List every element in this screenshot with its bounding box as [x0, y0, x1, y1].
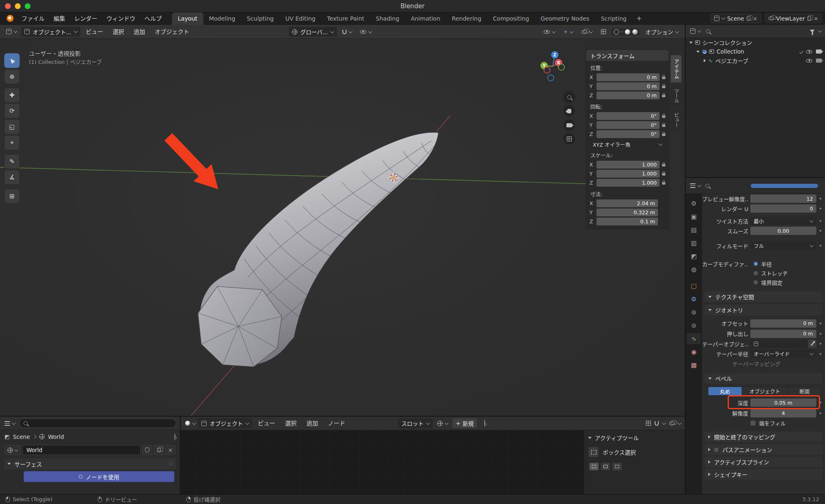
sidebar-tab-item[interactable]: アイテム: [671, 55, 681, 82]
shader-menu-select[interactable]: 選択: [281, 417, 301, 430]
outliner-row-scene-collection[interactable]: シーンコレクション: [686, 38, 825, 47]
outliner-editor-type-button[interactable]: [689, 26, 702, 36]
extrude-field[interactable]: 0 m: [750, 330, 816, 338]
shader-menu-node[interactable]: ノード: [324, 417, 349, 430]
taper-object-field[interactable]: [750, 340, 807, 348]
disclosure-open-icon[interactable]: [689, 42, 693, 44]
disclosure-open-icon[interactable]: [696, 51, 700, 53]
bevel-tab-object[interactable]: オブジェクト: [742, 387, 788, 395]
section-active-spline[interactable]: アクティブスプライン: [705, 457, 823, 467]
outliner-row-bezier-curve[interactable]: ∿ ベジエカーブ: [686, 56, 825, 65]
select-box-tool-button[interactable]: [4, 53, 20, 68]
camera-render-icon[interactable]: [816, 59, 822, 63]
eye-icon[interactable]: [806, 50, 812, 54]
section-shape-keys[interactable]: シェイプキー: [705, 469, 823, 480]
add-primitive-tool-button[interactable]: ⊞: [4, 189, 20, 204]
shading-rendered-button[interactable]: [632, 29, 638, 35]
section-bevel[interactable]: ベベル: [705, 373, 823, 384]
gizmo-neg-y-axis[interactable]: [559, 64, 565, 70]
bevel-tab-round[interactable]: 丸め: [708, 387, 742, 395]
rotation-mode-dropdown[interactable]: XYZ オイラー角: [589, 140, 665, 148]
unlink-datablock-button[interactable]: ×: [165, 445, 175, 455]
workspace-tab-geometry-nodes[interactable]: Geometry Nodes: [535, 12, 595, 25]
scale-tool-button[interactable]: ◱: [4, 120, 20, 134]
eyedropper-button[interactable]: [808, 340, 816, 348]
section-surface[interactable]: サーフェス ∷: [4, 458, 176, 469]
menu-edit[interactable]: 編集: [49, 12, 70, 25]
section-start-end-mapping[interactable]: 開始と終了のマッピング: [705, 431, 823, 442]
preview-resolution-field[interactable]: 12: [750, 195, 816, 203]
rotate-tool-button[interactable]: ⟳: [4, 103, 20, 118]
sidebar-tab-view[interactable]: ビュー: [671, 109, 681, 131]
annotate-tool-button[interactable]: ✎: [4, 154, 20, 169]
viewlayer-selector[interactable]: ViewLayer ×: [765, 14, 822, 23]
pin-icon[interactable]: [174, 433, 175, 441]
scale-y-field[interactable]: 1.000: [596, 170, 660, 178]
lock-icon[interactable]: [662, 124, 665, 127]
section-path-animation[interactable]: パスアニメーション: [705, 444, 823, 455]
tab-constraints[interactable]: ⊜: [687, 320, 701, 331]
tab-material[interactable]: ◉: [687, 346, 701, 357]
select-mode-new-button[interactable]: [589, 462, 599, 471]
tab-view-layer[interactable]: ▥: [687, 237, 701, 248]
offset-field[interactable]: 0 m: [750, 319, 816, 328]
viewport-menu-select[interactable]: 選択: [108, 25, 128, 39]
tab-world[interactable]: ◍: [687, 264, 701, 275]
camera-view-button[interactable]: [563, 120, 575, 131]
blender-logo-icon[interactable]: [7, 15, 14, 22]
rotation-x-field[interactable]: 0°: [596, 112, 660, 120]
menu-help[interactable]: ヘルプ: [140, 12, 166, 25]
scene-selector[interactable]: Scene ×: [711, 14, 761, 23]
use-nodes-button[interactable]: ノードを使用: [24, 471, 174, 482]
rotation-y-field[interactable]: 0°: [596, 121, 660, 129]
mode-selector[interactable]: オブジェクト...: [21, 27, 80, 37]
world-datablock-selector[interactable]: [5, 445, 21, 455]
minimize-window-button[interactable]: [15, 3, 21, 9]
transform-tool-button[interactable]: ⌖: [4, 135, 20, 150]
cursor-tool-button[interactable]: ⊕: [4, 69, 20, 84]
remove-viewlayer-icon[interactable]: ×: [813, 16, 818, 21]
lock-icon[interactable]: [662, 164, 665, 166]
workspace-tab-modeling[interactable]: Modeling: [203, 12, 241, 25]
stretch-radio[interactable]: [753, 271, 758, 276]
path-animation-checkbox[interactable]: [714, 448, 719, 452]
section-geometry[interactable]: ジオメトリ: [705, 305, 823, 315]
transform-panel-header[interactable]: トランスフォーム: [586, 50, 669, 61]
overlays-icon[interactable]: [669, 422, 674, 425]
box-select-tool-button[interactable]: [588, 447, 599, 457]
snap-grid-icon[interactable]: [646, 421, 651, 426]
properties-search-icon[interactable]: [705, 184, 710, 188]
location-x-field[interactable]: 0 m: [596, 73, 660, 81]
render-u-field[interactable]: 0: [750, 204, 816, 213]
shading-wireframe-button[interactable]: [614, 29, 619, 35]
radius-radio[interactable]: [753, 261, 758, 266]
rotation-z-field[interactable]: 0°: [596, 130, 660, 138]
proportional-edit-toggle[interactable]: [357, 27, 375, 37]
animate-dot-icon[interactable]: [820, 323, 821, 324]
taper-radius-dropdown[interactable]: オーバーライド: [750, 350, 816, 358]
bounds-clamp-radio[interactable]: [753, 280, 758, 285]
tab-physics[interactable]: ⊚: [687, 307, 701, 318]
active-tool-header[interactable]: アクティブツール: [588, 434, 681, 442]
fake-user-button[interactable]: [142, 445, 152, 455]
animate-dot-icon[interactable]: [820, 333, 821, 335]
camera-render-icon[interactable]: [816, 49, 822, 54]
world-editor-type-button[interactable]: [4, 418, 16, 428]
section-texture-space[interactable]: テクスチャ空間: [705, 291, 823, 302]
location-y-field[interactable]: 0 m: [596, 82, 660, 90]
animate-dot-icon[interactable]: [820, 353, 821, 355]
pin-icon[interactable]: [484, 420, 485, 427]
workspace-tab-texture-paint[interactable]: Texture Paint: [321, 12, 370, 25]
slot-dropdown[interactable]: スロット: [398, 418, 433, 428]
snap-toggle[interactable]: [339, 27, 355, 37]
lock-icon[interactable]: [662, 182, 665, 185]
menu-file[interactable]: ファイル: [17, 12, 49, 25]
properties-editor-type-button[interactable]: [689, 181, 702, 191]
shader-editor-type-button[interactable]: [184, 418, 196, 428]
breadcrumb-world[interactable]: World: [48, 434, 64, 440]
curve-object[interactable]: [198, 132, 438, 367]
workspace-tab-rendering[interactable]: Rendering: [446, 12, 487, 25]
menu-render[interactable]: レンダー: [70, 12, 102, 25]
transform-orientation-dropdown[interactable]: グローバ...: [289, 27, 337, 37]
move-tool-button[interactable]: ✚: [4, 88, 20, 103]
